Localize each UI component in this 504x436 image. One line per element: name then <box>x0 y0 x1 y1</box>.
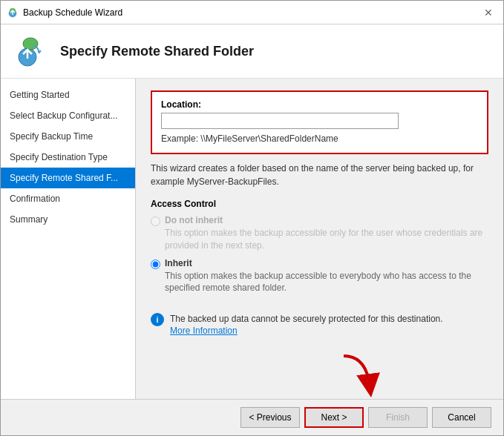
more-information-link[interactable]: More Information <box>170 326 238 336</box>
sidebar-item-specify-destination-type[interactable]: Specify Destination Type <box>1 147 135 168</box>
radio-inherit-option: Inherit This option makes the backup acc… <box>151 258 488 295</box>
location-box: Location: Example: \\MyFileServer\Shared… <box>151 90 488 154</box>
info-text: The backed up data cannot be securely pr… <box>170 312 443 326</box>
sidebar-item-select-backup-config[interactable]: Select Backup Configurat... <box>1 105 135 126</box>
svg-point-4 <box>23 38 38 50</box>
previous-button[interactable]: < Previous <box>240 407 300 428</box>
title-bar-left: Backup Schedule Wizard <box>7 7 122 19</box>
info-icon: i <box>151 313 164 326</box>
location-label: Location: <box>161 99 478 110</box>
sidebar-item-specify-backup-time[interactable]: Specify Backup Time <box>1 126 135 147</box>
radio-inherit-content: Inherit This option makes the backup acc… <box>165 258 488 295</box>
close-button[interactable]: ✕ <box>480 4 497 22</box>
content-area: Location: Example: \\MyFileServer\Shared… <box>136 79 503 399</box>
info-box: i The backed up data cannot be securely … <box>151 306 488 342</box>
wizard-description: This wizard creates a folder based on th… <box>151 162 488 188</box>
radio-do-not-inherit[interactable] <box>151 217 160 226</box>
sidebar-item-specify-remote-shared[interactable]: Specify Remote Shared F... <box>1 168 135 188</box>
cancel-button[interactable]: Cancel <box>432 407 491 428</box>
header-icon <box>13 33 48 69</box>
window-title: Backup Schedule Wizard <box>23 7 122 18</box>
radio-do-not-inherit-option: Do not inherit This option makes the bac… <box>151 215 488 252</box>
page-title: Specify Remote Shared Folder <box>60 44 254 59</box>
access-control-title: Access Control <box>151 199 488 209</box>
radio-do-not-inherit-content: Do not inherit This option makes the bac… <box>165 215 488 252</box>
footer: < Previous Next > Finish Cancel <box>1 399 503 435</box>
sidebar-item-summary[interactable]: Summary <box>1 209 135 230</box>
sidebar: Getting Started Select Backup Configurat… <box>1 79 136 399</box>
location-example: Example: \\MyFileServer\SharedFolderName <box>161 133 478 144</box>
radio-do-not-inherit-label: Do not inherit <box>165 215 488 225</box>
backup-icon <box>7 7 19 19</box>
sidebar-item-confirmation[interactable]: Confirmation <box>1 188 135 209</box>
main-content: Getting Started Select Backup Configurat… <box>1 79 503 399</box>
info-content: The backed up data cannot be securely pr… <box>170 312 443 336</box>
radio-do-not-inherit-desc: This option makes the backup accessible … <box>165 227 488 252</box>
header-area: Specify Remote Shared Folder <box>1 24 503 79</box>
title-bar: Backup Schedule Wizard ✕ <box>1 1 503 24</box>
finish-button[interactable]: Finish <box>368 407 428 428</box>
wizard-window: Backup Schedule Wizard ✕ Specify Remote … <box>0 0 504 436</box>
radio-inherit[interactable] <box>151 260 160 269</box>
radio-inherit-label: Inherit <box>165 258 488 268</box>
location-input[interactable] <box>161 113 399 129</box>
sidebar-item-getting-started[interactable]: Getting Started <box>1 85 135 105</box>
next-button[interactable]: Next > <box>304 407 364 428</box>
radio-inherit-desc: This option makes the backup accessible … <box>165 270 488 295</box>
